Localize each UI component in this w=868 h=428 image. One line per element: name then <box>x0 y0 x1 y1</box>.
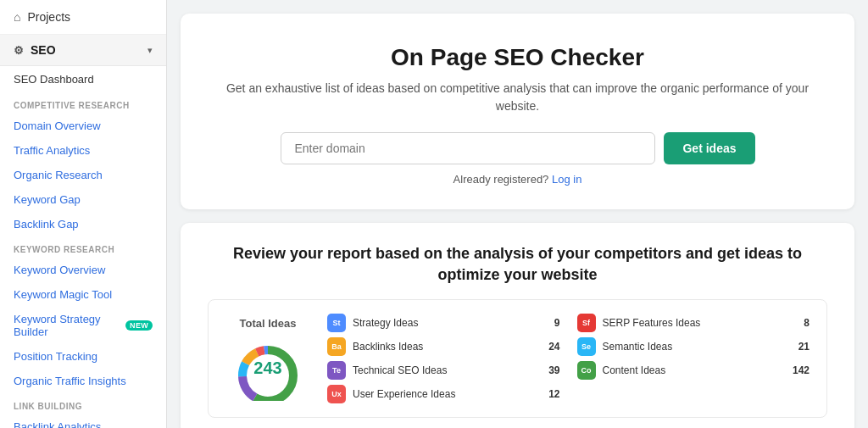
new-badge: NEW <box>125 320 153 331</box>
strategy-badge: St <box>327 314 346 332</box>
competitive-research-section-label: COMPETITIVE RESEARCH <box>0 92 166 114</box>
strategy-count: 9 <box>554 317 560 329</box>
idea-row-content: Co Content Ideas 142 <box>577 361 810 380</box>
sidebar-seo-row[interactable]: ⚙ SEO ▾ <box>0 35 166 66</box>
content-count: 142 <box>793 364 810 376</box>
projects-label: Projects <box>27 10 70 24</box>
get-ideas-button[interactable]: Get ideas <box>664 132 754 164</box>
sidebar-item-domain-overview[interactable]: Domain Overview <box>0 114 166 138</box>
idea-row-strategy: St Strategy Ideas 9 <box>327 314 560 332</box>
backlinks-count: 24 <box>548 341 559 353</box>
idea-row-semantic: Se Semantic Ideas 21 <box>577 337 810 356</box>
semantic-badge: Se <box>577 337 596 356</box>
already-registered-text: Already registered? Log in <box>453 173 582 186</box>
serp-count: 8 <box>804 317 810 329</box>
sidebar: ⌂ Projects ⚙ SEO ▾ SEO Dashboard COMPETI… <box>0 0 167 428</box>
seo-icon: ⚙ <box>14 44 24 57</box>
total-ideas-count: 243 <box>253 359 281 378</box>
login-link[interactable]: Log in <box>552 173 581 186</box>
domain-input[interactable] <box>281 132 656 164</box>
semantic-label: Semantic Ideas <box>603 341 792 353</box>
ideas-section: Total Ideas <box>208 299 827 418</box>
ux-count: 12 <box>548 388 559 400</box>
sidebar-item-organic-traffic-insights[interactable]: Organic Traffic Insights <box>0 369 166 393</box>
technical-label: Technical SEO Ideas <box>353 364 542 376</box>
sidebar-item-keyword-strategy-builder[interactable]: Keyword Strategy Builder NEW <box>0 307 166 344</box>
chevron-down-icon: ▾ <box>147 45 153 56</box>
search-row: Get ideas <box>281 132 755 164</box>
idea-row-serp: Sf SERP Features Ideas 8 <box>577 314 810 332</box>
idea-row-technical: Te Technical SEO Ideas 39 <box>327 361 560 380</box>
donut-chart: 243 <box>225 333 310 401</box>
serp-badge: Sf <box>577 314 596 332</box>
link-building-section-label: LINK BUILDING <box>0 393 166 414</box>
keyword-research-section-label: KEYWORD RESEARCH <box>0 236 166 258</box>
backlinks-badge: Ba <box>327 337 346 356</box>
seo-label: ⚙ SEO <box>14 43 56 57</box>
content-badge: Co <box>577 361 596 380</box>
technical-badge: Te <box>327 361 346 380</box>
home-icon: ⌂ <box>14 10 20 24</box>
backlinks-label: Backlinks Ideas <box>353 341 542 353</box>
ux-badge: Ux <box>327 385 346 403</box>
serp-label: SERP Features Ideas <box>603 317 798 329</box>
bottom-title: Review your report based on the analysis… <box>208 243 827 286</box>
sidebar-item-keyword-gap[interactable]: Keyword Gap <box>0 187 166 212</box>
main-content: On Page SEO Checker Get an exhaustive li… <box>167 0 868 428</box>
idea-row-ux: Ux User Experience Ideas 12 <box>327 385 560 403</box>
content-label: Content Ideas <box>603 364 786 376</box>
sidebar-item-organic-research[interactable]: Organic Research <box>0 163 166 187</box>
strategy-label: Strategy Ideas <box>353 317 548 329</box>
semantic-count: 21 <box>798 341 810 353</box>
sidebar-item-keyword-overview[interactable]: Keyword Overview <box>0 258 166 282</box>
sidebar-item-keyword-magic-tool[interactable]: Keyword Magic Tool <box>0 282 166 307</box>
sidebar-item-seo-dashboard[interactable]: SEO Dashboard <box>0 66 166 92</box>
ux-label: User Experience Ideas <box>353 388 542 400</box>
top-card: On Page SEO Checker Get an exhaustive li… <box>181 14 854 209</box>
sidebar-item-traffic-analytics[interactable]: Traffic Analytics <box>0 138 166 163</box>
sidebar-item-backlink-gap[interactable]: Backlink Gap <box>0 212 166 236</box>
sidebar-projects-row[interactable]: ⌂ Projects <box>0 0 166 35</box>
sidebar-item-position-tracking[interactable]: Position Tracking <box>0 344 166 369</box>
bottom-card: Review your report based on the analysis… <box>181 223 854 428</box>
technical-count: 39 <box>548 364 559 376</box>
sidebar-item-backlink-analytics[interactable]: Backlink Analytics <box>0 414 166 428</box>
total-ideas-label: Total Ideas <box>240 317 297 330</box>
idea-row-backlinks: Ba Backlinks Ideas 24 <box>327 337 560 356</box>
ideas-left-grid: St Strategy Ideas 9 Sf SERP Features Ide… <box>327 314 810 403</box>
page-title: On Page SEO Checker <box>391 44 644 71</box>
page-subtitle: Get an exhaustive list of ideas based on… <box>214 80 821 115</box>
